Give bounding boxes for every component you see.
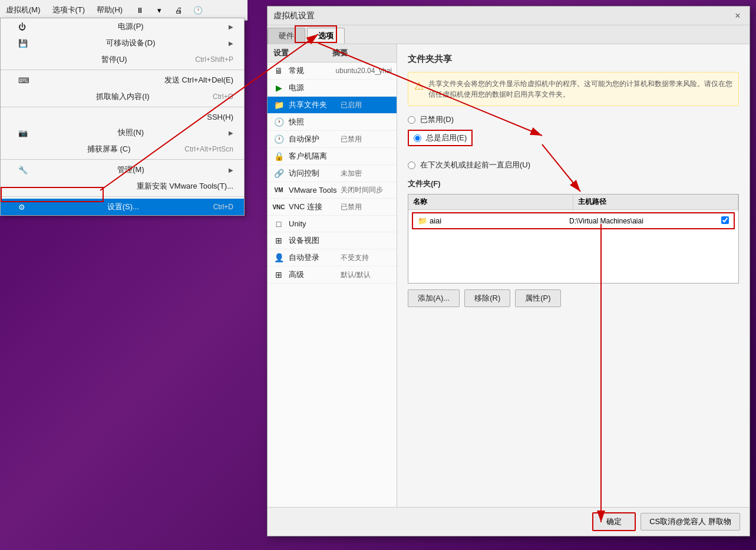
settings-item-autologin[interactable]: 👤 自动登录 不受支持 <box>268 249 397 266</box>
autologin-icon: 👤 <box>272 253 285 262</box>
settings-item-shared-folders[interactable]: 📁 共享文件夹 已启用 <box>268 97 397 114</box>
ctx-snapshot-label: 快照(N) <box>118 127 144 138</box>
guest-isolation-name: 客户机隔离 <box>289 151 341 162</box>
device-view-icon: ⊞ <box>272 236 285 245</box>
access-control-name: 访问控制 <box>289 168 341 179</box>
folder-col-name: 名称 <box>408 195 573 209</box>
menu-help[interactable]: 帮助(H) <box>91 2 128 18</box>
cancel-label: CS取消@觉容人 胖取物 <box>649 517 731 526</box>
settings-item-access-control[interactable]: 🔗 访问控制 未加密 <box>268 165 397 182</box>
radio-disabled-label: 已禁用(D) <box>420 114 454 125</box>
ctx-divider4 <box>1 196 244 197</box>
radio-always-on[interactable]: 总是启用(E) <box>408 130 473 146</box>
radio-disabled[interactable]: 已禁用(D) <box>408 114 739 125</box>
menu-tab[interactable]: 选项卡(T) <box>47 2 91 18</box>
menu-vm[interactable]: 虚拟机(M) <box>0 2 47 18</box>
ctx-capture-shortcut: Ctrl+Alt+PrtScn <box>184 145 233 153</box>
ctx-grab-shortcut: Ctrl+G <box>213 93 233 101</box>
folder-table-header: 名称 主机路径 <box>408 195 738 210</box>
ctx-snapshot-icon: 📷 <box>18 129 30 137</box>
ctx-grab-input[interactable]: 抓取输入内容(I) Ctrl+G <box>1 88 244 105</box>
general-summary: ubuntu20.04_yhai <box>336 67 392 75</box>
vmware-tools-icon: VM <box>272 187 285 193</box>
ctx-reinstall-tools[interactable]: 重新安装 VMware Tools(T)... <box>1 178 244 195</box>
ctx-manage-arrow: ▶ <box>229 167 233 173</box>
pause-dropdown[interactable]: ▾ <box>151 2 167 18</box>
advanced-name: 高级 <box>289 269 341 280</box>
unity-icon: □ <box>272 219 285 229</box>
ctx-send-icon: ⌨ <box>18 76 30 85</box>
tab-options[interactable]: 选项 <box>307 28 345 44</box>
unity-name: Unity <box>289 219 341 228</box>
ctx-power-label: 电源(P) <box>118 21 143 32</box>
ctx-snapshot-arrow: ▶ <box>229 130 233 136</box>
settings-item-unity[interactable]: □ Unity <box>268 216 397 232</box>
shared-folders-icon: 📁 <box>272 100 285 110</box>
settings-list: 设置 摘要 🖥 常规 ubuntu20.04_yhai ▶ 电源 📁 共享文件夹… <box>268 44 397 507</box>
settings-item-advanced[interactable]: ⊞ 高级 默认/默认 <box>268 266 397 284</box>
settings-item-general[interactable]: 🖥 常规 ubuntu20.04_yhai <box>268 62 397 80</box>
folder-row-aiai[interactable]: 📁 aiai D:\Virtual Machines\aiai <box>412 212 735 229</box>
ctx-capture[interactable]: 捕获屏幕 (C) Ctrl+Alt+PrtScn <box>1 141 244 157</box>
tab-hardware[interactable]: 硬件 <box>268 28 305 44</box>
device-view-name: 设备视图 <box>289 235 341 246</box>
folder-table-area: 名称 主机路径 📁 aiai D:\Virtual Machines\aiai <box>408 194 739 284</box>
ctx-removable-label: 可移动设备(D) <box>106 38 155 48</box>
snapshot-name: 快照 <box>289 117 341 127</box>
ctx-manage[interactable]: 🔧 管理(M) ▶ <box>1 162 244 178</box>
ok-button[interactable]: 确定 <box>592 512 636 531</box>
settings-item-power[interactable]: ▶ 电源 <box>268 80 397 97</box>
settings-item-guest-isolation[interactable]: 🔒 客户机隔离 <box>268 148 397 165</box>
ctx-reinstall-label: 重新安装 VMware Tools(T)... <box>137 181 233 192</box>
radio-until-shutdown[interactable]: 在下次关机或挂起前一直启用(U) <box>408 160 739 170</box>
advanced-summary: 默认/默认 <box>341 270 392 280</box>
settings-item-vmware-tools[interactable]: VM VMware Tools 关闭时间同步 <box>268 182 397 199</box>
settings-item-autoprotect[interactable]: 🕐 自动保护 已禁用 <box>268 131 397 148</box>
general-icon: 🖥 <box>272 66 285 75</box>
properties-button[interactable]: 属性(P) <box>515 289 560 307</box>
radio-always-input[interactable] <box>414 134 421 142</box>
ctx-capture-label: 捕获屏幕 (C) <box>87 144 131 154</box>
folder-row-name: aiai <box>430 216 441 225</box>
ctx-snapshot[interactable]: 📷 快照(N) ▶ <box>1 124 244 141</box>
ctx-send-ctrlaltdel[interactable]: ⌨ 发送 Ctrl+Alt+Del(E) <box>1 72 244 88</box>
ctx-power-icon: ⏻ <box>18 22 30 31</box>
right-panel: 文件夹共享 ⚠ 共享文件夹会将您的文件显示给虚拟机中的程序。这可能为您的计算机和… <box>397 44 750 507</box>
ctx-grab-label: 抓取输入内容(I) <box>96 91 149 102</box>
autologin-name: 自动登录 <box>289 252 341 263</box>
ctx-ssh[interactable]: SSH(H) <box>1 109 244 124</box>
ctx-power-arrow: ▶ <box>229 24 233 30</box>
warning-icon: ⚠ <box>414 80 424 93</box>
access-control-summary: 未加密 <box>341 169 392 179</box>
remove-button[interactable]: 移除(R) <box>464 289 510 307</box>
vnc-summary: 已禁用 <box>341 202 392 212</box>
folder-row-icon-cell: 📁 aiai <box>413 215 564 226</box>
access-control-icon: 🔗 <box>272 169 285 178</box>
ctx-removable[interactable]: 💾 可移动设备(D) ▶ <box>1 35 244 51</box>
ctx-pause[interactable]: 暂停(U) Ctrl+Shift+P <box>1 51 244 68</box>
ctx-send-label: 发送 Ctrl+Alt+Del(E) <box>164 75 233 85</box>
dialog-close-button[interactable]: × <box>732 10 744 22</box>
settings-item-device-view[interactable]: ⊞ 设备视图 <box>268 232 397 249</box>
dialog-content: 设置 摘要 🖥 常规 ubuntu20.04_yhai ▶ 电源 📁 共享文件夹… <box>268 44 750 507</box>
ctx-divider1 <box>1 70 244 70</box>
guest-isolation-icon: 🔒 <box>272 152 285 161</box>
pause-btn[interactable]: ⏸ <box>131 2 148 18</box>
radio-until-input[interactable] <box>408 162 415 169</box>
ctx-power[interactable]: ⏻ 电源(P) ▶ <box>1 18 244 35</box>
print-btn[interactable]: 🖨 <box>170 2 187 18</box>
settings-item-vnc[interactable]: VNC VNC 连接 已禁用 <box>268 199 397 216</box>
ctx-settings[interactable]: ⚙ 设置(S)... Ctrl+D <box>1 199 244 215</box>
add-button[interactable]: 添加(A)... <box>408 289 460 307</box>
cancel-button[interactable]: CS取消@觉容人 胖取物 <box>641 513 740 531</box>
ctx-manage-icon: 🔧 <box>18 166 30 174</box>
settings-item-snapshot[interactable]: 🕐 快照 <box>268 114 397 131</box>
general-name: 常规 <box>289 65 336 76</box>
history-btn[interactable]: 🕐 <box>190 2 206 18</box>
snapshot-icon: 🕐 <box>272 117 285 127</box>
radio-disabled-input[interactable] <box>408 116 415 124</box>
folder-row-checkbox[interactable] <box>721 216 729 224</box>
settings-list-header: 设置 摘要 <box>268 44 397 62</box>
dialog-title: 虚拟机设置 <box>273 11 315 21</box>
radio-group-sharing: 已禁用(D) 总是启用(E) 在下次关机或挂起前一直启用(U) <box>408 114 739 170</box>
